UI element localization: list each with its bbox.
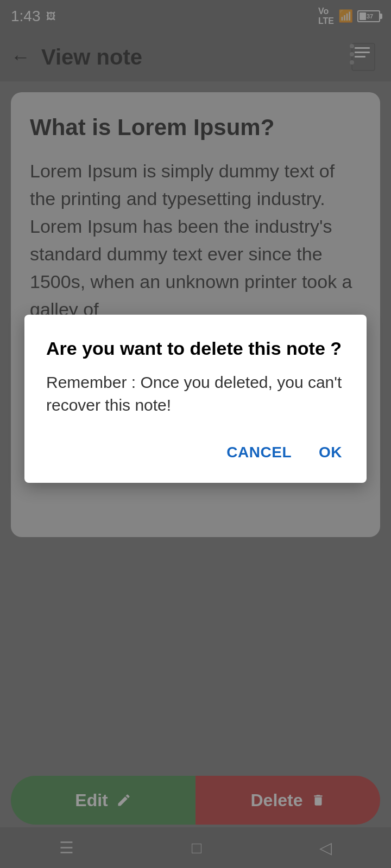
dialog-buttons: CANCEL OK xyxy=(46,438,345,467)
cancel-button[interactable]: CANCEL xyxy=(224,438,294,467)
dialog-message: Remember : Once you deleted, you can't r… xyxy=(46,371,345,417)
ok-button[interactable]: OK xyxy=(316,438,345,467)
delete-dialog: Are you want to delete this note ? Remem… xyxy=(24,315,367,483)
dialog-title: Are you want to delete this note ? xyxy=(46,336,345,360)
